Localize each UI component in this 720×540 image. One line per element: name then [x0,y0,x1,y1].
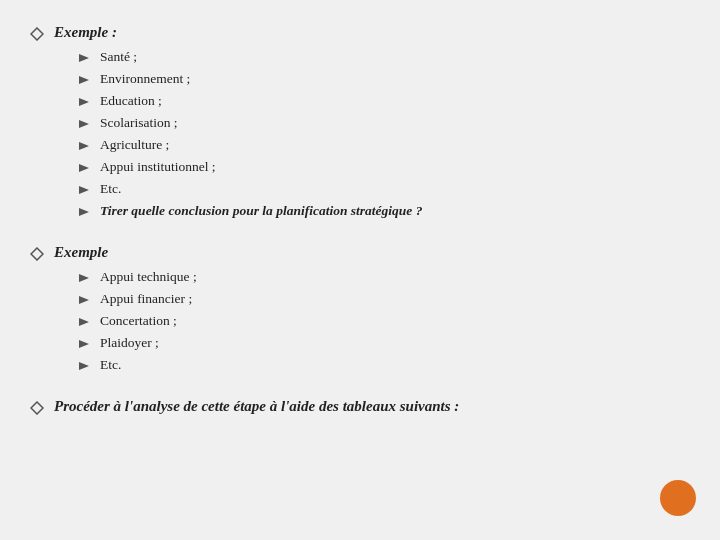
sublist-1: Santé ; Environnement ; Education ; Scol… [78,49,680,222]
arrow-bullet-icon [78,316,92,332]
arrow-bullet-icon [78,140,92,156]
svg-marker-3 [79,98,89,106]
section-title-2: Exemple [54,244,108,261]
svg-marker-15 [31,402,43,414]
arrow-bullet-icon [78,74,92,90]
list-item: Tirer quelle conclusion pour la planific… [78,203,680,222]
svg-marker-2 [79,76,89,84]
arrow-bullet-icon [78,96,92,112]
arrow-bullet-icon [78,360,92,376]
section-header-1: Exemple : [30,24,680,41]
bottom-text: Procéder à l'analyse de cette étape à l'… [54,398,459,415]
list-item: Etc. [78,357,680,376]
list-item-text: Agriculture ; [100,137,169,153]
list-item-text: Scolarisation ; [100,115,178,131]
list-item-text: Appui technique ; [100,269,197,285]
section-exemple1: Exemple : Santé ; Environnement ; Educat… [30,24,680,222]
list-item-text: Tirer quelle conclusion pour la planific… [100,203,422,219]
list-item: Education ; [78,93,680,112]
diamond-icon-3 [30,401,44,415]
list-item: Etc. [78,181,680,200]
svg-marker-9 [31,248,43,260]
arrow-bullet-icon [78,162,92,178]
svg-marker-0 [31,28,43,40]
svg-marker-8 [79,208,89,216]
list-item-text: Etc. [100,357,121,373]
list-item-text: Appui institutionnel ; [100,159,216,175]
list-item-text: Environnement ; [100,71,190,87]
svg-marker-4 [79,120,89,128]
sublist-2: Appui technique ; Appui financier ; Conc… [78,269,680,376]
list-item: Appui financier ; [78,291,680,310]
svg-marker-6 [79,164,89,172]
list-item: Appui institutionnel ; [78,159,680,178]
arrow-bullet-icon [78,118,92,134]
list-item: Scolarisation ; [78,115,680,134]
list-item: Santé ; [78,49,680,68]
orange-circle-decoration [660,480,696,516]
list-item-text: Plaidoyer ; [100,335,159,351]
arrow-bullet-icon [78,338,92,354]
list-item: Concertation ; [78,313,680,332]
section-title-1: Exemple : [54,24,117,41]
page: Exemple : Santé ; Environnement ; Educat… [0,0,720,540]
list-item-text: Education ; [100,93,162,109]
svg-marker-14 [79,362,89,370]
arrow-bullet-icon [78,184,92,200]
list-item: Appui technique ; [78,269,680,288]
bottom-section: Procéder à l'analyse de cette étape à l'… [30,398,680,415]
svg-marker-11 [79,296,89,304]
list-item-text: Etc. [100,181,121,197]
section-exemple2: Exemple Appui technique ; Appui financie… [30,244,680,376]
list-item: Environnement ; [78,71,680,90]
svg-marker-12 [79,318,89,326]
svg-marker-13 [79,340,89,348]
diamond-icon-1 [30,27,44,41]
svg-marker-7 [79,186,89,194]
arrow-bullet-icon [78,206,92,222]
arrow-bullet-icon [78,272,92,288]
diamond-icon-2 [30,247,44,261]
svg-marker-5 [79,142,89,150]
svg-marker-10 [79,274,89,282]
list-item: Agriculture ; [78,137,680,156]
list-item-text: Appui financier ; [100,291,192,307]
section-header-2: Exemple [30,244,680,261]
arrow-bullet-icon [78,52,92,68]
list-item-text: Santé ; [100,49,137,65]
list-item-text: Concertation ; [100,313,177,329]
svg-marker-1 [79,54,89,62]
arrow-bullet-icon [78,294,92,310]
list-item: Plaidoyer ; [78,335,680,354]
